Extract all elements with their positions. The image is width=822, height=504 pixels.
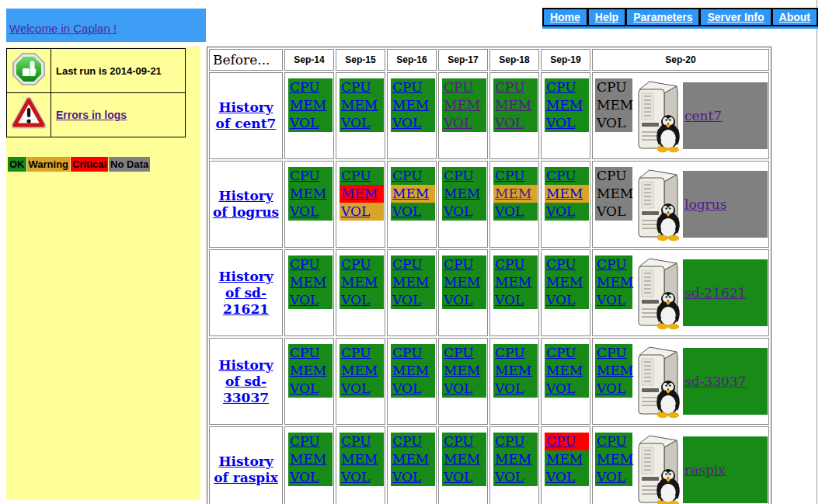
metric-cpu-sd-33037[interactable]: CPU: [442, 344, 486, 362]
metric-vol-sd-21621[interactable]: VOL: [442, 291, 486, 309]
metric-vol-logrus[interactable]: VOL: [288, 203, 333, 221]
metric-cpu-sd-21621[interactable]: CPU: [288, 255, 333, 273]
server-link-sd-33037[interactable]: sd-33037: [684, 374, 746, 389]
metric-vol-sd-33037[interactable]: VOL: [288, 380, 333, 398]
metric-mem-raspix[interactable]: MEM: [493, 450, 538, 468]
metric-mem-sd-33037[interactable]: MEM: [595, 362, 632, 380]
metric-cpu-logrus[interactable]: CPU: [288, 167, 333, 185]
history-link-cent7[interactable]: History of cent7: [216, 99, 277, 131]
metric-vol-logrus[interactable]: VOL: [493, 203, 538, 221]
metric-mem-logrus[interactable]: MEM: [493, 185, 538, 203]
metric-vol-sd-33037[interactable]: VOL: [442, 380, 486, 398]
history-link-sd-21621[interactable]: History of sd-21621: [218, 269, 273, 317]
history-link-sd-33037[interactable]: History of sd-33037: [218, 357, 273, 405]
metric-cpu-logrus[interactable]: CPU: [493, 167, 538, 185]
metric-mem-raspix[interactable]: MEM: [545, 450, 589, 468]
metric-cpu-sd-33037[interactable]: CPU: [595, 344, 632, 362]
metric-mem-sd-33037[interactable]: MEM: [340, 362, 384, 380]
metric-cpu-sd-21621[interactable]: CPU: [442, 255, 486, 273]
metric-vol-cent7[interactable]: VOL: [442, 114, 486, 132]
metric-mem-cent7[interactable]: MEM: [340, 96, 384, 114]
metric-mem-raspix[interactable]: MEM: [288, 450, 333, 468]
nav-item-help[interactable]: Help: [589, 9, 625, 25]
metric-cpu-cent7[interactable]: CPU: [545, 78, 589, 96]
metric-vol-sd-21621[interactable]: VOL: [391, 291, 435, 309]
metric-vol-sd-21621[interactable]: VOL: [340, 291, 384, 309]
metric-mem-sd-33037[interactable]: MEM: [442, 362, 486, 380]
metric-mem-sd-33037[interactable]: MEM: [391, 362, 435, 380]
metric-cpu-raspix[interactable]: CPU: [595, 433, 632, 450]
history-link-logrus[interactable]: History of logrus: [213, 188, 279, 220]
metric-vol-raspix[interactable]: VOL: [493, 468, 538, 486]
metric-mem-logrus[interactable]: MEM: [288, 185, 333, 203]
metric-mem-cent7[interactable]: MEM: [391, 96, 435, 114]
metric-vol-cent7[interactable]: VOL: [288, 114, 333, 132]
nav-item-about[interactable]: About: [773, 9, 817, 25]
metric-cpu-raspix[interactable]: CPU: [391, 433, 435, 450]
metric-vol-raspix[interactable]: VOL: [391, 468, 435, 486]
metric-mem-sd-33037[interactable]: MEM: [545, 362, 589, 380]
metric-mem-sd-33037[interactable]: MEM: [288, 362, 333, 380]
metric-cpu-sd-21621[interactable]: CPU: [493, 255, 538, 273]
errors-in-logs-link[interactable]: Errors in logs: [56, 109, 127, 121]
metric-cpu-sd-21621[interactable]: CPU: [595, 255, 632, 273]
metric-vol-cent7[interactable]: VOL: [391, 114, 435, 132]
nav-item-parameters[interactable]: Parameters: [627, 9, 698, 25]
metric-vol-logrus[interactable]: VOL: [442, 203, 486, 221]
metric-cpu-sd-21621[interactable]: CPU: [545, 255, 589, 273]
metric-vol-cent7[interactable]: VOL: [545, 114, 589, 132]
metric-cpu-raspix[interactable]: CPU: [493, 433, 538, 450]
metric-mem-raspix[interactable]: MEM: [595, 450, 632, 468]
metric-vol-logrus[interactable]: VOL: [545, 203, 589, 221]
metric-vol-sd-33037[interactable]: VOL: [391, 380, 435, 398]
history-link-raspix[interactable]: History of raspix: [214, 454, 278, 485]
metric-vol-sd-33037[interactable]: VOL: [493, 380, 538, 398]
metric-cpu-cent7[interactable]: CPU: [493, 78, 538, 96]
metric-vol-raspix[interactable]: VOL: [545, 468, 589, 486]
metric-mem-sd-21621[interactable]: MEM: [595, 273, 632, 291]
metric-cpu-cent7[interactable]: CPU: [391, 78, 435, 96]
metric-cpu-sd-21621[interactable]: CPU: [340, 255, 384, 273]
server-link-sd-21621[interactable]: sd-21621: [684, 285, 746, 301]
metric-cpu-cent7[interactable]: CPU: [442, 78, 486, 96]
metric-cpu-cent7[interactable]: CPU: [340, 78, 384, 96]
metric-mem-sd-21621[interactable]: MEM: [288, 273, 333, 291]
metric-vol-cent7[interactable]: VOL: [493, 114, 538, 132]
metric-vol-sd-21621[interactable]: VOL: [288, 291, 333, 309]
metric-cpu-sd-33037[interactable]: CPU: [493, 344, 538, 362]
metric-vol-logrus[interactable]: VOL: [391, 203, 435, 221]
metric-cpu-raspix[interactable]: CPU: [340, 433, 384, 450]
metric-cpu-raspix[interactable]: CPU: [545, 433, 589, 450]
metric-vol-raspix[interactable]: VOL: [595, 468, 632, 486]
server-link-logrus[interactable]: logrus: [684, 196, 726, 212]
metric-cpu-sd-33037[interactable]: CPU: [391, 344, 435, 362]
metric-cpu-logrus[interactable]: CPU: [442, 167, 486, 185]
nav-item-server-info[interactable]: Server Info: [701, 9, 770, 25]
metric-vol-sd-33037[interactable]: VOL: [595, 380, 632, 398]
metric-mem-raspix[interactable]: MEM: [391, 450, 435, 468]
metric-mem-cent7[interactable]: MEM: [545, 96, 589, 114]
nav-item-home[interactable]: Home: [544, 9, 587, 25]
welcome-link[interactable]: Welcome in Caplan !: [9, 22, 117, 35]
metric-cpu-sd-33037[interactable]: CPU: [288, 344, 333, 362]
metric-cpu-logrus[interactable]: CPU: [391, 167, 435, 185]
metric-vol-raspix[interactable]: VOL: [442, 468, 486, 486]
metric-vol-sd-21621[interactable]: VOL: [545, 291, 589, 309]
metric-cpu-raspix[interactable]: CPU: [442, 433, 486, 450]
metric-cpu-cent7[interactable]: CPU: [288, 78, 333, 96]
metric-vol-cent7[interactable]: VOL: [340, 114, 384, 132]
metric-mem-sd-21621[interactable]: MEM: [493, 273, 538, 291]
metric-mem-logrus[interactable]: MEM: [391, 185, 435, 203]
metric-mem-sd-21621[interactable]: MEM: [545, 273, 589, 291]
server-link-cent7[interactable]: cent7: [684, 108, 722, 123]
metric-cpu-sd-33037[interactable]: CPU: [545, 344, 589, 362]
server-link-raspix[interactable]: raspix: [684, 462, 726, 478]
metric-mem-cent7[interactable]: MEM: [493, 96, 538, 114]
metric-mem-cent7[interactable]: MEM: [442, 96, 486, 114]
metric-mem-raspix[interactable]: MEM: [442, 450, 486, 468]
metric-mem-cent7[interactable]: MEM: [288, 96, 333, 114]
metric-mem-sd-21621[interactable]: MEM: [340, 273, 384, 291]
metric-cpu-raspix[interactable]: CPU: [288, 433, 333, 450]
metric-mem-logrus[interactable]: MEM: [340, 185, 384, 203]
metric-cpu-sd-33037[interactable]: CPU: [340, 344, 384, 362]
